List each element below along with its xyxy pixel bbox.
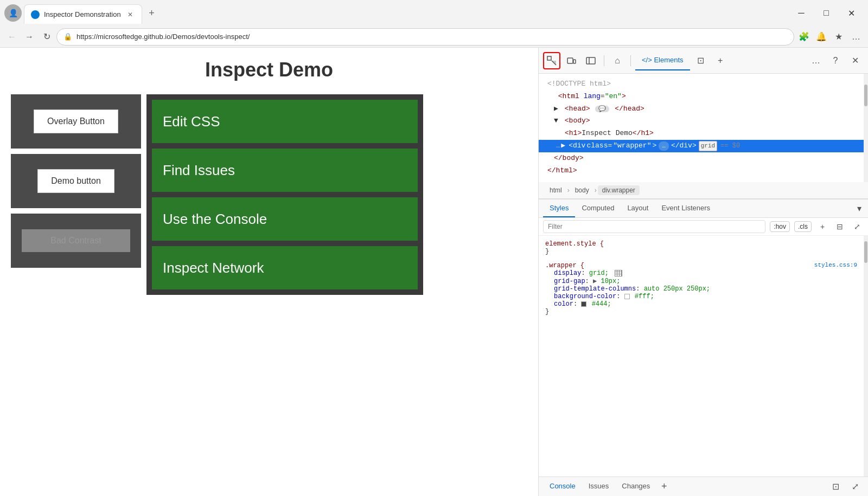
page-title: Inspect Demo (11, 59, 527, 81)
html-lang-attr: lang (584, 92, 601, 100)
grid-template-value: auto 250px 250px; (644, 285, 710, 293)
html-tag-line[interactable]: <html lang="en"> (539, 91, 864, 103)
color-swatch[interactable] (581, 301, 586, 307)
display-prop-line: display: grid; (545, 269, 857, 277)
layout-tab[interactable]: Layout (621, 199, 655, 217)
doctype-line[interactable]: <!DOCTYPE html> (539, 78, 864, 91)
html-tree: <!DOCTYPE html> <html lang="en"> ▶ <head… (539, 74, 864, 182)
elements-tab-label: </> Elements (642, 56, 684, 64)
css-scrollbar[interactable] (864, 236, 868, 476)
close-button[interactable]: ✕ (839, 4, 864, 22)
inspect-element-button[interactable] (543, 52, 560, 69)
display-colon: : (581, 269, 589, 277)
filter-input[interactable] (543, 220, 765, 233)
styles-tab[interactable]: Styles (543, 199, 575, 217)
console-dock-icon[interactable]: ⊡ (827, 478, 844, 495)
issues-tab[interactable]: Issues (582, 477, 616, 496)
devtools-body: <!DOCTYPE html> <html lang="en"> ▶ <head… (539, 74, 868, 496)
css-panel: element.style { } .wrapper { (539, 236, 864, 326)
help-button[interactable]: ? (827, 52, 844, 69)
edit-css-button[interactable]: Edit CSS (152, 100, 418, 143)
css-scrollbar-thumb[interactable] (864, 241, 867, 263)
back-button[interactable]: ← (4, 29, 20, 44)
nav-right-icons: 🧩 🔔 ★ … (796, 29, 864, 44)
svg-rect-0 (547, 56, 551, 60)
body-arrow[interactable]: ▼ (554, 115, 560, 127)
favorites-icon[interactable]: ★ (831, 29, 846, 44)
html-close-line[interactable]: </html> (539, 165, 864, 177)
bg-color-value: #fff; (635, 293, 654, 300)
maximize-button[interactable]: □ (814, 4, 839, 22)
tab-close-button[interactable]: ✕ (125, 10, 135, 20)
user-avatar[interactable]: 👤 (4, 4, 22, 22)
close-devtools-button[interactable]: ✕ (846, 52, 864, 69)
changes-tab[interactable]: Changes (615, 477, 656, 496)
wrapper-div-line[interactable]: … ▶ <div class="wrapper"> … </div> grid … (539, 140, 864, 152)
tab-title: Inspector Demonstration (44, 10, 121, 18)
use-console-button[interactable]: Use the Console (152, 197, 418, 241)
head-arrow[interactable]: ▶ (554, 104, 560, 115)
overlay-button[interactable]: Overlay Button (34, 109, 118, 133)
find-issues-button[interactable]: Find Issues (152, 149, 418, 192)
elements-tab[interactable]: </> Elements (635, 51, 690, 70)
head-line[interactable]: ▶ <head> 💬 </head> (539, 103, 864, 115)
minimize-button[interactable]: ─ (789, 4, 814, 22)
breadcrumb-html[interactable]: html (545, 185, 566, 195)
grid-template-prop-line: grid-template-columns: auto 250px 250px; (545, 285, 857, 293)
wrapper-selector: .wrapper { (545, 262, 584, 269)
breadcrumb-body[interactable]: body (571, 185, 593, 195)
address-bar[interactable]: 🔒 https://microsoftedge.github.io/Demos/… (56, 28, 794, 46)
more-tools-button[interactable]: … (807, 52, 825, 69)
styles-css-link[interactable]: styles.css:9 (814, 262, 857, 268)
add-style-button[interactable]: + (816, 220, 829, 233)
overlay-box: Overlay Button (11, 94, 141, 149)
html-close-tag: </html> (547, 166, 577, 175)
notifications-icon[interactable]: 🔔 (814, 29, 829, 44)
add-panel-button[interactable]: + (712, 52, 729, 69)
demo-button[interactable]: Demo button (37, 169, 114, 193)
console-expand-icon[interactable]: ⤢ (846, 478, 864, 495)
new-rule-icon[interactable]: ⊟ (833, 220, 846, 233)
refresh-button[interactable]: ↻ (39, 29, 54, 44)
tree-scrollbar-thumb[interactable] (864, 85, 867, 106)
bc-sep-2: › (595, 186, 597, 194)
inspect-network-button[interactable]: Inspect Network (152, 246, 418, 289)
cls-filter-button[interactable]: .cls (794, 221, 812, 232)
browser-content: Inspect Demo Overlay Button Demo button … (0, 48, 538, 496)
event-listeners-tab[interactable]: Event Listeners (655, 199, 717, 217)
hov-filter-button[interactable]: :hov (770, 221, 790, 232)
element-style-close: } (545, 248, 857, 255)
extensions-icon[interactable]: 🧩 (796, 29, 812, 44)
active-tab[interactable]: Inspector Demonstration ✕ (24, 4, 142, 24)
forward-button[interactable]: → (22, 29, 37, 44)
demo-wrapper: Overlay Button Demo button Bad Contrast … (11, 94, 423, 295)
computed-tab[interactable]: Computed (575, 199, 621, 217)
new-tab-button[interactable]: + (144, 5, 159, 21)
console-tab[interactable]: Console (543, 477, 582, 496)
device-emulation-button[interactable] (563, 52, 580, 69)
tree-scrollbar[interactable] (864, 74, 868, 182)
grid-gap-colon: : (585, 278, 593, 285)
styles-chevron-icon[interactable]: ▾ (855, 201, 864, 216)
h1-line[interactable]: <h1>Inspect Demo</h1> (539, 127, 864, 140)
body-line[interactable]: ▼ <body> (539, 115, 864, 127)
sidebar-button[interactable] (582, 52, 599, 69)
devtools-panel: ⌂ </> Elements ⊡ + … ? ✕ (538, 48, 868, 496)
home-button[interactable]: ⌂ (609, 52, 626, 69)
css-content: element.style { } .wrapper { (539, 236, 868, 476)
bad-contrast-button[interactable]: Bad Contrast (22, 229, 130, 252)
browser-window: 👤 Inspector Demonstration ✕ + ─ □ ✕ ← → … (0, 0, 868, 496)
bg-color-prop: background-color (554, 293, 616, 300)
title-bar: 👤 Inspector Demonstration ✕ + ─ □ ✕ (0, 0, 868, 26)
inspect-style-icon[interactable]: ⤢ (851, 220, 864, 233)
grid-badge[interactable]: grid (699, 141, 717, 152)
screencast-button[interactable]: ⊡ (692, 52, 710, 69)
more-icon[interactable]: … (848, 29, 864, 44)
h1-text: Inspect Demo (582, 129, 633, 137)
add-console-tab-button[interactable]: + (656, 479, 672, 494)
breadcrumb-wrapper[interactable]: div.wrapper (598, 185, 640, 195)
bg-color-swatch[interactable] (624, 294, 630, 299)
wrapper-arrow[interactable]: ▶ (561, 140, 567, 152)
body-close-line[interactable]: </body> (539, 152, 864, 165)
wrapper-rule-header: .wrapper { styles.css:9 (545, 262, 857, 269)
